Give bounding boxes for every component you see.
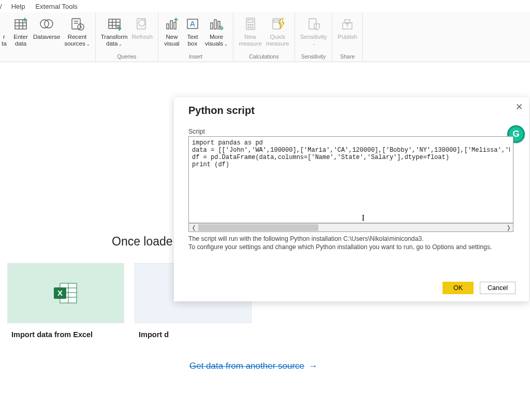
group-label: Sensitivity — [298, 53, 329, 60]
svg-rect-13 — [109, 19, 120, 28]
svg-point-37 — [252, 27, 253, 28]
label: sources⌄ — [64, 40, 90, 48]
dialog-close-button[interactable]: ✕ — [516, 103, 523, 111]
ribbon-group-sensitivity: Sensitivity ⌄ Sensitivity — [295, 12, 333, 62]
sensitivity-button: Sensitivity ⌄ — [298, 15, 329, 47]
group-label: Share — [335, 53, 359, 60]
ribbon-group-queries: Transform data⌄ Refresh Queries — [96, 12, 158, 62]
publish-icon — [339, 16, 356, 32]
arrow-right-icon: → — [309, 361, 318, 371]
cancel-button[interactable]: Cancel — [480, 282, 516, 294]
svg-point-32 — [248, 24, 249, 25]
svg-point-34 — [252, 24, 253, 25]
recent-sources-icon — [69, 16, 85, 32]
label: ta — [2, 40, 7, 47]
label: New — [239, 34, 262, 40]
label: Quick — [266, 34, 289, 40]
more-visuals-button[interactable]: More visuals⌄ — [203, 15, 230, 48]
svg-point-33 — [250, 24, 251, 25]
ribbon-group-insert: New visual A Text box More vi — [158, 12, 233, 62]
calculator-icon — [242, 16, 259, 32]
svg-text:A: A — [190, 20, 195, 28]
label: Sensitivity — [300, 34, 327, 40]
excel-icon: X — [53, 281, 79, 305]
recent-sources-button[interactable]: Recent sources⌄ — [62, 15, 92, 48]
group-label: Queries — [99, 53, 155, 60]
ok-button[interactable]: OK — [443, 282, 474, 294]
dataverse-icon — [38, 16, 55, 32]
svg-rect-28 — [214, 20, 216, 29]
table-plus-icon — [12, 16, 29, 32]
card-import-excel[interactable]: X Import data from Excel — [7, 263, 124, 346]
svg-point-36 — [250, 27, 251, 28]
label: Recent — [64, 34, 90, 40]
horizontal-scrollbar[interactable]: ❬ ❭ — [188, 223, 513, 232]
dialog-title: Python script — [188, 105, 519, 117]
card-title: Import data from Excel — [7, 323, 124, 346]
menu-bar: / Help External Tools — [0, 0, 530, 12]
python-script-dialog: ✕ Python script G Script import pandas a… — [174, 97, 529, 301]
svg-rect-20 — [167, 24, 169, 29]
quick-measure-button: Quick measure — [264, 15, 291, 47]
scroll-track[interactable] — [198, 224, 504, 231]
new-measure-button: New measure — [237, 15, 264, 47]
once-loaded-heading: Once loade — [112, 235, 173, 249]
svg-point-35 — [248, 27, 249, 28]
publish-button: Publish — [335, 15, 359, 47]
group-label — [0, 53, 92, 60]
ribbon-group-data: r ta Enter data Dataverse — [0, 12, 96, 62]
transform-data-icon — [106, 16, 123, 32]
label: box — [187, 40, 198, 47]
get-data-another-source-link[interactable]: Get data from another source → — [189, 361, 318, 371]
label: measure — [266, 40, 289, 47]
scroll-right-button[interactable]: ❭ — [504, 224, 513, 231]
label: Text — [187, 34, 198, 40]
transform-data-button[interactable]: Transform data⌄ — [99, 15, 130, 48]
text-box-icon: A — [184, 16, 201, 32]
label: r — [2, 34, 7, 40]
label: Dataverse — [33, 34, 60, 40]
scroll-thumb[interactable] — [198, 224, 318, 231]
menu-help[interactable]: Help — [9, 3, 34, 10]
script-field-label: Script — [188, 128, 519, 135]
menu-external-tools[interactable]: External Tools — [33, 3, 85, 10]
group-label: Calculations — [237, 53, 291, 60]
label: data⌄ — [101, 40, 128, 48]
link-text: Get data from another source — [189, 361, 304, 371]
enter-data-button[interactable]: Enter data — [10, 15, 31, 47]
card-title: Import d — [135, 323, 252, 346]
cylinder-arrow-icon — [0, 16, 8, 32]
svg-rect-39 — [274, 20, 279, 22]
script-textarea[interactable]: import pandas as pd data = [['John','WA'… — [188, 136, 513, 223]
script-config-note: To configure your settings and change wh… — [188, 243, 519, 251]
menu-item-partial[interactable]: / — [0, 3, 9, 10]
label: visual — [164, 40, 179, 47]
text-box-button[interactable]: A Text box — [182, 15, 203, 47]
svg-marker-18 — [119, 26, 121, 31]
text-cursor-icon: I — [362, 213, 364, 223]
label: measure — [239, 40, 262, 47]
calculator-lightning-icon — [269, 16, 286, 32]
more-visuals-icon — [208, 16, 225, 32]
svg-rect-21 — [170, 21, 172, 29]
svg-rect-27 — [211, 23, 213, 29]
bar-chart-plus-icon — [164, 16, 180, 32]
label: Refresh — [132, 34, 153, 40]
svg-rect-29 — [218, 21, 220, 29]
group-label: Insert — [161, 53, 230, 60]
new-visual-button[interactable]: New visual — [161, 15, 182, 47]
label: More — [205, 34, 228, 40]
card-image: X — [7, 263, 124, 323]
refresh-button: Refresh — [130, 15, 155, 47]
scroll-left-button[interactable]: ❬ — [189, 224, 198, 231]
refresh-icon — [134, 16, 151, 32]
label: visuals⌄ — [205, 40, 228, 48]
get-data-partial-button[interactable]: r ta — [0, 15, 10, 47]
label: data — [13, 40, 28, 47]
label: Transform — [101, 34, 128, 40]
ribbon-group-calculations: New measure Quick measure Calculations — [233, 12, 295, 62]
svg-rect-9 — [72, 19, 80, 29]
label: Publish — [337, 34, 357, 40]
dataverse-button[interactable]: Dataverse — [31, 15, 62, 47]
script-code-content: import pandas as pd data = [['John','WA'… — [192, 139, 510, 168]
